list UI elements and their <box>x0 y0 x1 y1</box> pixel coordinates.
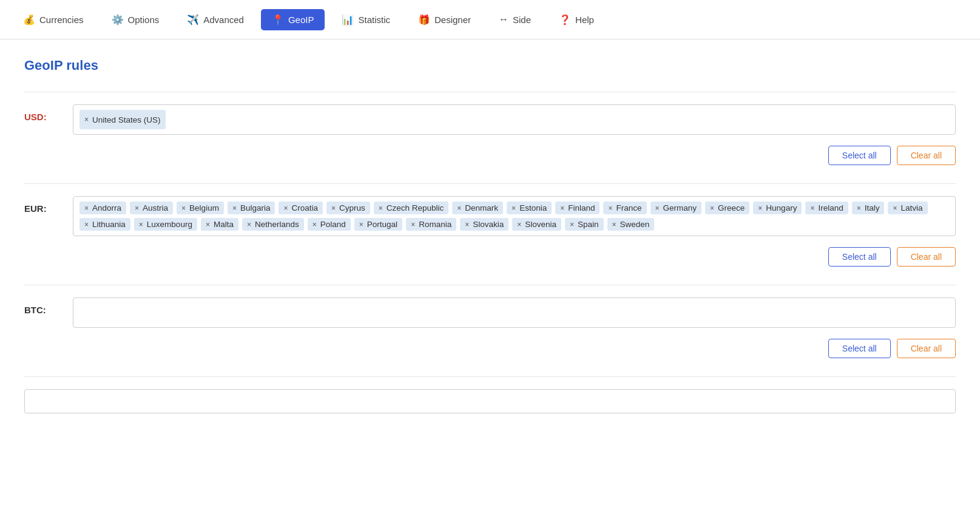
tag-remove-ireland[interactable]: × <box>810 204 814 212</box>
top-navigation: 💰Currencies⚙️Options✈️Advanced📍GeoIP📊Sta… <box>0 0 980 39</box>
tag-remove-croatia[interactable]: × <box>283 204 288 212</box>
tag-remove-finland[interactable]: × <box>560 204 564 212</box>
select-all-button-eur[interactable]: Select all <box>828 247 891 267</box>
select-all-button-usd[interactable]: Select all <box>828 146 891 165</box>
tag-remove-sweden[interactable]: × <box>612 220 617 229</box>
tag-belgium: ×Belgium <box>177 202 224 214</box>
tag-remove-andorra[interactable]: × <box>84 204 89 212</box>
tag-slovenia: ×Slovenia <box>512 218 561 231</box>
nav-label-advanced: Advanced <box>203 15 244 25</box>
tag-remove-denmark[interactable]: × <box>457 204 461 212</box>
tag-remove-lithuania[interactable]: × <box>84 220 89 229</box>
tag-cyprus: ×Cyprus <box>326 202 370 214</box>
tag-remove-portugal[interactable]: × <box>359 220 363 229</box>
tags-box-eur[interactable]: ×Andorra×Austria×Belgium×Bulgaria×Croati… <box>73 196 956 236</box>
tag-text: Czech Republic <box>387 203 444 212</box>
tags-box-btc[interactable] <box>73 297 956 328</box>
tags-box-extra[interactable] <box>24 389 956 413</box>
tag-bulgaria: ×Bulgaria <box>228 202 275 214</box>
clear-all-button-usd[interactable]: Clear all <box>897 146 956 165</box>
tag-latvia: ×Latvia <box>888 202 927 214</box>
tag-lithuania: ×Lithuania <box>79 218 130 231</box>
tag-romania: ×Romania <box>406 218 456 231</box>
tag-text: Belgium <box>189 203 219 212</box>
tag-text: Netherlands <box>255 220 299 229</box>
tag-remove-cyprus[interactable]: × <box>331 204 336 212</box>
currency-label-usd: USD: <box>24 104 61 122</box>
clear-all-button-btc[interactable]: Clear all <box>897 339 956 358</box>
tag-remove-spain[interactable]: × <box>570 220 574 229</box>
tag-germany: ×Germany <box>651 202 702 214</box>
rule-section-eur: EUR:×Andorra×Austria×Belgium×Bulgaria×Cr… <box>24 183 956 285</box>
nav-label-designer: Designer <box>434 15 471 25</box>
tag-text: Italy <box>865 203 880 212</box>
clear-all-button-eur[interactable]: Clear all <box>897 247 956 267</box>
page-title: GeoIP rules <box>24 58 956 73</box>
tag-austria: ×Austria <box>130 202 173 214</box>
rule-row-btc: BTC: <box>24 297 956 328</box>
tag-text: Poland <box>320 220 346 229</box>
tag-remove-austria[interactable]: × <box>135 204 139 212</box>
tag-remove-bulgaria[interactable]: × <box>232 204 237 212</box>
tag-text: Denmark <box>465 203 498 212</box>
nav-item-help[interactable]: ❓Help <box>548 9 605 30</box>
tag-remove-luxembourg[interactable]: × <box>139 220 143 229</box>
tag-france: ×France <box>603 202 646 214</box>
tag-sweden: ×Sweden <box>607 218 655 231</box>
tag-remove-slovakia[interactable]: × <box>465 220 469 229</box>
tag-text: Germany <box>663 203 697 212</box>
nav-item-geoip[interactable]: 📍GeoIP <box>261 9 325 30</box>
currencies-icon: 💰 <box>23 14 35 25</box>
tag-text: Luxembourg <box>147 220 192 229</box>
tag-remove-estonia[interactable]: × <box>512 204 516 212</box>
tag-remove-greece[interactable]: × <box>710 204 714 212</box>
action-row-usd: Select allClear all <box>24 141 956 171</box>
tag-remove-slovenia[interactable]: × <box>517 220 521 229</box>
tag-spain: ×Spain <box>565 218 604 231</box>
tag-text: Finland <box>568 203 595 212</box>
tag-hungary: ×Hungary <box>753 202 802 214</box>
tag-denmark: ×Denmark <box>452 202 503 214</box>
nav-item-advanced[interactable]: ✈️Advanced <box>176 9 255 30</box>
tag-finland: ×Finland <box>555 202 600 214</box>
tags-box-usd[interactable]: ×United States (US) <box>73 104 956 135</box>
tag-ireland: ×Ireland <box>805 202 848 214</box>
tag-remove-france[interactable]: × <box>608 204 612 212</box>
select-all-button-btc[interactable]: Select all <box>828 339 891 358</box>
tag-poland: ×Poland <box>308 218 351 231</box>
tag-remove-romania[interactable]: × <box>411 220 415 229</box>
action-row-eur: Select allClear all <box>24 242 956 273</box>
nav-item-side[interactable]: ↔️Side <box>488 9 542 30</box>
tag-text: Austria <box>143 203 168 212</box>
rule-row-extra <box>24 389 956 413</box>
nav-item-options[interactable]: ⚙️Options <box>101 9 171 30</box>
tag-text: Cyprus <box>339 203 365 212</box>
tag-text: Estonia <box>519 203 547 212</box>
tag-remove-germany[interactable]: × <box>655 204 660 212</box>
tag-remove-united-states-(us)[interactable]: × <box>84 115 89 124</box>
tag-remove-malta[interactable]: × <box>206 220 210 229</box>
tag-remove-italy[interactable]: × <box>857 204 861 212</box>
tag-remove-hungary[interactable]: × <box>758 204 762 212</box>
tag-remove-poland[interactable]: × <box>313 220 317 229</box>
nav-label-statistic: Statistic <box>358 15 390 25</box>
tag-remove-czech-republic[interactable]: × <box>379 204 383 212</box>
designer-icon: 🎁 <box>418 14 430 25</box>
nav-label-help: Help <box>575 15 594 25</box>
tag-text: France <box>616 203 641 212</box>
statistic-icon: 📊 <box>342 14 354 25</box>
nav-label-options: Options <box>128 15 160 25</box>
tag-italy: ×Italy <box>852 202 885 214</box>
tag-remove-belgium[interactable]: × <box>181 204 186 212</box>
tag-text: United States (US) <box>92 115 161 124</box>
help-icon: ❓ <box>559 14 571 25</box>
nav-label-currencies: Currencies <box>39 15 84 25</box>
nav-item-statistic[interactable]: 📊Statistic <box>331 9 401 30</box>
tag-text: Romania <box>419 220 451 229</box>
tag-remove-netherlands[interactable]: × <box>247 220 251 229</box>
tag-united-states-(us): ×United States (US) <box>79 110 166 129</box>
tag-remove-latvia[interactable]: × <box>893 204 897 212</box>
nav-item-designer[interactable]: 🎁Designer <box>407 9 482 30</box>
nav-item-currencies[interactable]: 💰Currencies <box>12 9 95 30</box>
tag-text: Slovakia <box>473 220 504 229</box>
